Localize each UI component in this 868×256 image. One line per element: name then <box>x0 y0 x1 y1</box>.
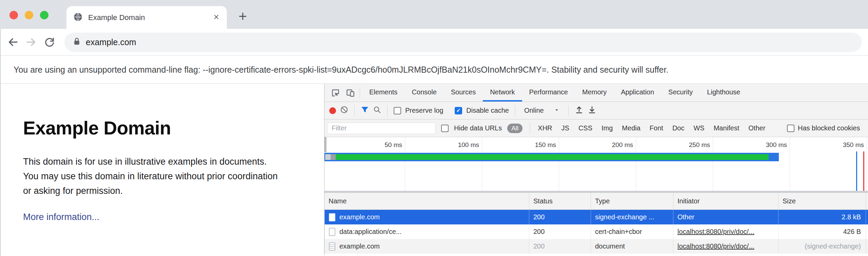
overview-scrub-handle[interactable] <box>324 137 327 152</box>
request-initiator-cell: Other <box>673 210 778 224</box>
filter-chip-img[interactable]: Img <box>601 124 613 132</box>
address-bar[interactable]: example.com <box>64 33 862 52</box>
table-row[interactable]: data:application/ce... 200 cert-chain+cb… <box>324 224 868 239</box>
disable-cache-checkbox[interactable] <box>455 107 462 114</box>
request-status-cell: 200 <box>529 224 591 239</box>
network-toolbar: Preserve log Disable cache Online <box>324 102 868 120</box>
gridline-350ms <box>867 137 867 191</box>
filter-funnel-icon[interactable] <box>361 106 369 115</box>
filter-input[interactable] <box>327 123 436 134</box>
divider <box>515 105 515 116</box>
tab-elements[interactable]: Elements <box>362 84 405 102</box>
tab-application[interactable]: Application <box>614 84 661 102</box>
divider <box>530 123 530 134</box>
request-waterfall-sliver <box>866 224 868 239</box>
inspect-element-icon[interactable] <box>328 84 343 102</box>
ruler-label: 200 ms <box>592 141 633 149</box>
new-tab-button[interactable] <box>235 9 250 24</box>
tab-performance[interactable]: Performance <box>522 84 575 102</box>
preserve-log-checkbox[interactable] <box>394 107 401 114</box>
tab-console[interactable]: Console <box>405 84 443 102</box>
tab-security[interactable]: Security <box>661 84 700 102</box>
document-icon <box>329 213 335 221</box>
filter-chip-js[interactable]: JS <box>561 124 569 132</box>
initiator-link[interactable]: localhost:8080/priv/doc/... <box>677 242 754 250</box>
clear-icon[interactable] <box>340 106 348 115</box>
gridline-50ms <box>405 137 405 191</box>
device-toolbar-icon[interactable] <box>343 84 358 102</box>
initiator-link[interactable]: localhost:8080/priv/doc/... <box>677 228 754 236</box>
tab-memory[interactable]: Memory <box>575 84 614 102</box>
column-header-initiator[interactable]: Initiator <box>673 193 778 209</box>
page-title: Example Domain <box>23 117 324 139</box>
divider <box>568 105 569 116</box>
ruler-label: 150 ms <box>515 141 556 149</box>
reload-icon[interactable] <box>43 35 56 49</box>
request-type-cell: document <box>591 239 673 254</box>
import-har-icon[interactable] <box>575 105 584 116</box>
column-header-status[interactable]: Status <box>529 193 591 209</box>
load-event-marker <box>863 151 864 191</box>
tab-strip: Example Domain <box>0 0 868 29</box>
has-blocked-cookies-label: Has blocked cookies <box>798 124 860 132</box>
export-har-icon[interactable] <box>588 105 596 116</box>
traffic-lights <box>9 11 48 19</box>
table-row[interactable]: example.com 200 signed-exchange ... Othe… <box>324 210 868 224</box>
filter-chip-other[interactable]: Other <box>748 124 765 132</box>
column-header-type[interactable]: Type <box>591 193 673 209</box>
filter-chip-xhr[interactable]: XHR <box>538 124 552 132</box>
minimize-window-button[interactable] <box>25 11 33 19</box>
column-header-name[interactable]: Name <box>324 193 529 209</box>
request-size-cell: (signed-exchange) <box>778 239 866 254</box>
content-area: Example Domain This domain is for use in… <box>0 84 868 255</box>
browser-window: Example Domain example.com You are using <box>0 0 868 256</box>
filter-chip-manifest[interactable]: Manifest <box>714 124 739 132</box>
zoom-window-button[interactable] <box>40 11 48 19</box>
tab-lighthouse[interactable]: Lighthouse <box>700 84 747 102</box>
globe-favicon-icon <box>73 12 83 23</box>
hide-data-urls-label: Hide data URLs <box>454 124 502 132</box>
more-information-link[interactable]: More information... <box>23 212 99 222</box>
hide-data-urls-checkbox[interactable] <box>441 125 449 132</box>
ruler-label: 300 ms <box>746 141 787 149</box>
has-blocked-cookies-checkbox[interactable] <box>787 125 794 132</box>
filter-chip-doc[interactable]: Doc <box>672 124 685 132</box>
filter-chip-css[interactable]: CSS <box>578 124 592 132</box>
request-size-cell: 426 B <box>778 224 866 239</box>
gridline-250ms <box>713 137 713 191</box>
record-button[interactable] <box>329 107 336 114</box>
request-status-cell: 200 <box>529 210 591 224</box>
filter-chip-font[interactable]: Font <box>650 124 663 132</box>
filter-chip-all[interactable]: All <box>507 124 522 133</box>
divider <box>387 105 388 116</box>
filter-chip-media[interactable]: Media <box>622 124 640 132</box>
gridline-150ms <box>559 137 559 191</box>
tab-network[interactable]: Network <box>483 84 522 102</box>
tab-sources[interactable]: Sources <box>444 84 483 102</box>
browser-tab[interactable]: Example Domain <box>66 6 227 29</box>
request-name: example.com <box>339 242 380 250</box>
lock-icon[interactable] <box>73 37 80 47</box>
table-row[interactable]: example.com 200 document localhost:8080/… <box>324 239 868 254</box>
filter-chip-ws[interactable]: WS <box>693 124 704 132</box>
chevron-down-icon <box>554 107 559 114</box>
throttling-dropdown[interactable]: Online <box>521 107 562 114</box>
request-name: data:application/ce... <box>339 228 401 236</box>
column-header-waterfall-sliver[interactable] <box>866 193 868 209</box>
overview-stalled-segment <box>331 154 336 160</box>
overview-request-bar[interactable] <box>324 153 779 161</box>
back-icon[interactable] <box>6 35 20 49</box>
search-icon[interactable] <box>373 106 381 115</box>
close-window-button[interactable] <box>9 11 18 19</box>
request-type-cell: signed-exchange ... <box>591 210 673 224</box>
request-status-cell: 200 <box>529 239 591 254</box>
column-header-size[interactable]: Size <box>778 193 866 209</box>
network-overview-timeline[interactable]: 50 ms 100 ms 150 ms 200 ms 250 ms 300 ms… <box>324 137 868 191</box>
request-size-cell: 2.8 kB <box>778 210 866 224</box>
overview-download-segment <box>336 154 769 160</box>
forward-icon[interactable] <box>24 35 38 49</box>
gridline-200ms <box>636 137 636 191</box>
requests-table-header: Name Status Type Initiator Size <box>324 193 868 210</box>
tab-close-icon[interactable] <box>213 13 220 22</box>
devtools-panel: Elements Console Sources Network Perform… <box>324 84 868 255</box>
